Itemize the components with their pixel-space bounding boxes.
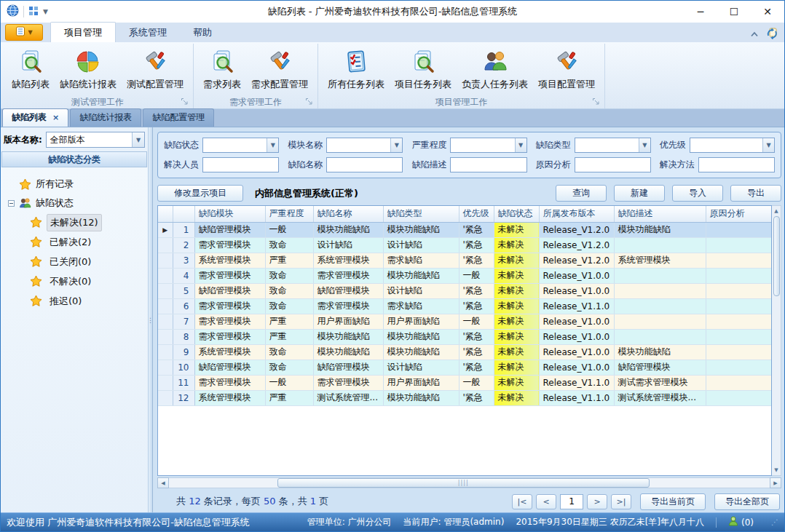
- cell-priority[interactable]: '紧急: [459, 329, 494, 344]
- cell-severity[interactable]: 致命: [265, 298, 313, 314]
- document-tab[interactable]: 缺陷列表 ×: [2, 108, 68, 127]
- tree-item-status[interactable]: 不解决(0): [30, 271, 148, 291]
- cell-name[interactable]: 用户界面缺陷: [313, 314, 383, 329]
- resize-grip-icon[interactable]: ⋰: [771, 518, 778, 526]
- collapse-ribbon-icon[interactable]: [750, 29, 759, 39]
- cell-analysis[interactable]: [706, 222, 772, 237]
- cell-version[interactable]: Release_V1.0.0: [539, 268, 614, 283]
- cell-priority[interactable]: '紧急: [459, 222, 494, 237]
- cell-desc[interactable]: 缺陷管理模块: [614, 360, 706, 375]
- export-button[interactable]: 导出: [730, 185, 781, 202]
- cell-severity[interactable]: 一般: [265, 222, 313, 237]
- version-combobox[interactable]: 全部版本 ▼: [46, 132, 145, 148]
- filter-input[interactable]: [327, 138, 390, 152]
- cell-priority[interactable]: '紧急: [459, 390, 494, 405]
- table-row[interactable]: 6 需求管理模块致命需求管理模块需求缺陷'紧急未解决Release_V1.1.0: [158, 298, 772, 314]
- cell-version[interactable]: Release_V1.0.0: [539, 314, 614, 329]
- cell-module[interactable]: 需求管理模块: [194, 329, 265, 344]
- cell-analysis[interactable]: [706, 360, 772, 375]
- table-row[interactable]: 8 需求管理模块严重模块功能缺陷模块功能缺陷'紧急未解决Release_V1.0…: [158, 329, 772, 344]
- cell-version[interactable]: Release_V1.1.0: [539, 298, 614, 314]
- cell-analysis[interactable]: [706, 314, 772, 329]
- column-header[interactable]: 缺陷状态: [494, 206, 539, 222]
- filter-input[interactable]: [451, 138, 514, 152]
- cell-name[interactable]: 模块功能缺陷: [313, 344, 383, 360]
- document-tab[interactable]: 缺陷统计报表: [70, 108, 141, 127]
- cell-analysis[interactable]: [706, 344, 772, 360]
- minimize-button[interactable]: ─: [684, 1, 717, 23]
- tree-item-defect-status[interactable]: 缺陷状态: [8, 194, 148, 213]
- tree-item-status[interactable]: 已解决(2): [30, 232, 148, 252]
- chevron-down-icon[interactable]: ▼: [515, 138, 526, 152]
- chevron-down-icon[interactable]: ▼: [132, 132, 144, 147]
- cell-priority[interactable]: '紧急: [459, 298, 494, 314]
- cell-type[interactable]: 设计缺陷: [383, 283, 459, 298]
- first-page-button[interactable]: |<: [512, 494, 532, 509]
- cell-analysis[interactable]: [706, 329, 772, 344]
- table-row[interactable]: 5 缺陷管理模块致命缺陷管理模块设计缺陷'紧急未解决Release_V1.0.0: [158, 283, 772, 298]
- cell-severity[interactable]: 严重: [265, 314, 313, 329]
- table-row[interactable]: 12 系统管理模块严重测试系统管理...模块功能缺陷'紧急未解决Release_…: [158, 390, 772, 405]
- cell-version[interactable]: Release_V1.1.0: [539, 375, 614, 390]
- ribbon-button[interactable]: 缺陷统计报表: [55, 47, 122, 93]
- table-row[interactable]: 3 系统管理模块严重系统管理模块需求缺陷'紧急未解决Release_V1.2.0…: [158, 253, 772, 268]
- cell-desc[interactable]: [614, 237, 706, 253]
- ribbon-button[interactable]: 需求列表: [198, 47, 246, 93]
- cell-status[interactable]: 未解决: [494, 329, 539, 344]
- cell-type[interactable]: 需求缺陷: [383, 253, 459, 268]
- chevron-down-icon[interactable]: ▼: [267, 138, 278, 152]
- ribbon-help-icon[interactable]: [766, 27, 778, 41]
- export-all-pages-button[interactable]: 导出全部页: [714, 493, 780, 510]
- cell-status[interactable]: 未解决: [494, 375, 539, 390]
- cell-status[interactable]: 未解决: [494, 268, 539, 283]
- document-tab[interactable]: 缺陷配置管理: [143, 108, 214, 127]
- cell-analysis[interactable]: [706, 375, 772, 390]
- modify-columns-button[interactable]: 修改显示项目: [157, 185, 243, 202]
- sidebar-splitter[interactable]: ⋮: [148, 127, 153, 512]
- tree-item-status[interactable]: 未解决(12): [30, 213, 148, 232]
- cell-severity[interactable]: 致命: [265, 344, 313, 360]
- cell-desc[interactable]: [614, 329, 706, 344]
- cell-name[interactable]: 需求管理模块: [313, 268, 383, 283]
- cell-type[interactable]: 模块功能缺陷: [383, 268, 459, 283]
- table-row[interactable]: 9 系统管理模块致命模块功能缺陷模块功能缺陷'紧急未解决Release_V1.0…: [158, 344, 772, 360]
- cell-module[interactable]: 缺陷管理模块: [194, 360, 265, 375]
- cell-version[interactable]: Release_V1.0.0: [539, 344, 614, 360]
- cell-version[interactable]: Release_V1.2.0: [539, 237, 614, 253]
- dialog-launcher-icon[interactable]: [592, 98, 600, 106]
- cell-type[interactable]: 设计缺陷: [383, 360, 459, 375]
- cell-status[interactable]: 未解决: [494, 344, 539, 360]
- filter-input[interactable]: [575, 158, 650, 172]
- cell-desc[interactable]: 系统管理模块: [614, 253, 706, 268]
- cell-analysis[interactable]: [706, 298, 772, 314]
- cell-name[interactable]: 需求管理模块: [313, 375, 383, 390]
- cell-name[interactable]: 系统管理模块: [313, 253, 383, 268]
- cell-name[interactable]: 设计缺陷: [313, 237, 383, 253]
- cell-priority[interactable]: '紧急: [459, 360, 494, 375]
- chevron-down-icon[interactable]: ▼: [639, 138, 650, 152]
- cell-name[interactable]: 缺陷管理模块: [313, 283, 383, 298]
- cell-analysis[interactable]: [706, 283, 772, 298]
- cell-version[interactable]: Release_V1.1.0: [539, 390, 614, 405]
- application-menu-button[interactable]: ▼: [5, 24, 43, 41]
- ribbon-tab-system[interactable]: 系统管理: [116, 23, 180, 42]
- cell-status[interactable]: 未解决: [494, 390, 539, 405]
- dialog-launcher-icon[interactable]: [305, 98, 313, 106]
- cell-analysis[interactable]: [706, 268, 772, 283]
- ribbon-tab-project[interactable]: 项目管理: [50, 22, 116, 42]
- chevron-down-icon[interactable]: ▼: [762, 138, 774, 152]
- cell-analysis[interactable]: [706, 237, 772, 253]
- cell-name[interactable]: 模块功能缺陷: [313, 222, 383, 237]
- scroll-up-icon[interactable]: ▲: [774, 206, 778, 216]
- cell-type[interactable]: 用户界面缺陷: [383, 314, 459, 329]
- cell-severity[interactable]: 致命: [265, 283, 313, 298]
- table-row[interactable]: 7 需求管理模块严重用户界面缺陷用户界面缺陷一般未解决Release_V1.0.…: [158, 314, 772, 329]
- cell-severity[interactable]: 致命: [265, 268, 313, 283]
- cell-name[interactable]: 测试系统管理...: [313, 390, 383, 405]
- cell-desc[interactable]: [614, 268, 706, 283]
- import-button[interactable]: 导入: [672, 185, 723, 202]
- chevron-down-icon[interactable]: ▼: [43, 8, 48, 15]
- filter-input[interactable]: [451, 158, 526, 172]
- cell-status[interactable]: 未解决: [494, 237, 539, 253]
- scroll-left-icon[interactable]: ◀: [157, 477, 169, 488]
